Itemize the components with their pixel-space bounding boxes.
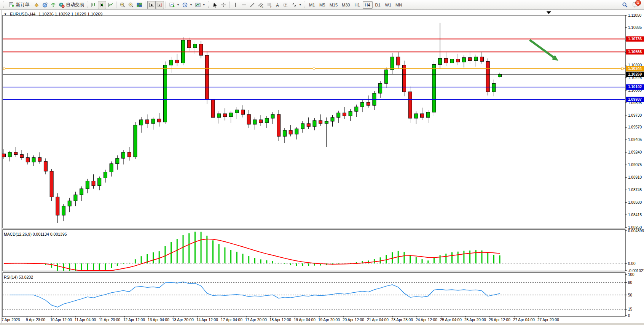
- text-label-icon: T: [283, 2, 289, 8]
- price-badge-label: 1.10566: [628, 50, 642, 54]
- horizontal-line-button[interactable]: [240, 1, 248, 9]
- timeframe-button-w1[interactable]: W1: [383, 1, 394, 9]
- periods-dropdown[interactable]: ▼: [181, 1, 194, 9]
- zoom-out-button[interactable]: [127, 1, 135, 9]
- paint-bucket-icon: [33, 2, 40, 8]
- macd-signal-line: [4, 239, 500, 271]
- candle-body: [474, 57, 478, 61]
- line-chart-button[interactable]: [106, 1, 115, 9]
- chart-shift-button[interactable]: [156, 1, 164, 9]
- date-label: 10 Apr 12:00: [50, 318, 72, 322]
- templates-dropdown[interactable]: ▼: [194, 1, 207, 9]
- candle-body: [456, 59, 460, 62]
- timeframe-button-h4[interactable]: H4: [363, 1, 373, 9]
- arrows-icon: [291, 2, 297, 8]
- candle-body: [134, 125, 137, 157]
- rsi-axis-label: 15: [628, 307, 633, 311]
- macd-axis-label: 0.004393: [628, 229, 644, 233]
- timeframe-button-m15[interactable]: M15: [328, 1, 340, 9]
- text-label-button[interactable]: T: [282, 1, 290, 9]
- candle-body: [98, 178, 101, 185]
- candle-body: [62, 206, 65, 215]
- level-handle[interactable]: [622, 68, 623, 70]
- toolbar-separator: [229, 2, 230, 8]
- search-button[interactable]: [620, 1, 630, 9]
- tile-windows-button[interactable]: [135, 1, 143, 9]
- candle-body: [50, 171, 53, 197]
- candle-body: [259, 120, 263, 123]
- notifications-button[interactable]: 1: [632, 1, 640, 9]
- profiles-button[interactable]: [41, 1, 49, 9]
- candle-body: [110, 164, 113, 172]
- equidistant-channel-button[interactable]: E: [257, 1, 265, 9]
- candle-body: [193, 44, 197, 48]
- trend-arrow-annotation[interactable]: [530, 40, 553, 57]
- vertical-line-button[interactable]: [231, 1, 240, 9]
- candle-body: [492, 83, 496, 92]
- cursor-button[interactable]: [211, 1, 219, 9]
- timeframe-toolbar: M1M5M15M30H1H4D1W1MN: [307, 1, 404, 9]
- candle-body: [229, 113, 233, 117]
- timeframe-button-h1[interactable]: H1: [352, 1, 362, 9]
- date-label: 11 Apr 20:00: [99, 318, 120, 322]
- chart-shift-icon: [157, 2, 163, 8]
- candle-body: [199, 44, 203, 55]
- toolbar-grip[interactable]: [86, 2, 88, 8]
- indicators-icon: [169, 2, 175, 8]
- bar-chart-icon: [91, 2, 97, 8]
- date-label: 17 Apr 20:00: [245, 318, 267, 322]
- candle-body: [444, 59, 448, 63]
- text-icon: A: [274, 2, 281, 8]
- timeframe-button-m30[interactable]: M30: [340, 1, 352, 9]
- toolbar-grip[interactable]: [208, 2, 210, 8]
- new-order-button[interactable]: 新订单: [6, 1, 32, 9]
- date-label: 26 Apr 12:00: [489, 318, 510, 322]
- chart-canvas[interactable]: 1.110501.108851.107201.105551.103901.102…: [0, 10, 644, 325]
- chart-area[interactable]: 1.110501.108851.107201.105551.103901.102…: [0, 10, 644, 325]
- indicators-dropdown[interactable]: ▼: [168, 1, 181, 9]
- candle-body: [223, 114, 226, 117]
- timeframe-button-m5[interactable]: M5: [317, 1, 327, 9]
- candle-body: [26, 158, 29, 162]
- candle-body: [151, 119, 155, 124]
- auto-trading-button[interactable]: 自动交易: [57, 1, 85, 9]
- candle-body: [163, 65, 167, 122]
- candle-body: [331, 117, 334, 121]
- styler-button[interactable]: [32, 1, 41, 9]
- candlestick-icon: [99, 2, 105, 8]
- bar-chart-button[interactable]: [89, 1, 98, 9]
- timeframe-button-m1[interactable]: M1: [307, 1, 317, 9]
- timeframe-button-d1[interactable]: D1: [373, 1, 383, 9]
- chart-dropdown-icon[interactable]: ▼: [4, 13, 7, 16]
- auto-scroll-button[interactable]: [147, 1, 156, 9]
- date-label: 25 Apr 04:00: [440, 318, 462, 322]
- toolbar-grip[interactable]: [3, 2, 5, 8]
- candle-body: [38, 158, 41, 162]
- toolbar-grip[interactable]: [304, 2, 306, 8]
- crosshair-button[interactable]: [219, 1, 228, 9]
- toolbar-separator: [166, 2, 166, 8]
- level-handle[interactable]: [313, 68, 315, 70]
- candle-body: [361, 102, 364, 107]
- level-handle[interactable]: [3, 68, 5, 70]
- candlestick-chart-button[interactable]: [98, 1, 106, 9]
- arrows-dropdown[interactable]: ▼: [290, 1, 303, 9]
- crosshair-icon: [220, 2, 226, 8]
- zoom-in-button[interactable]: [118, 1, 127, 9]
- price-badge-label: 1.10102: [628, 85, 642, 89]
- signals-button[interactable]: [49, 1, 57, 9]
- mt4-window: { "app": { "toolbar": { "new_order_label…: [0, 0, 644, 325]
- fibonacci-icon: F: [266, 2, 272, 8]
- rsi-pane-frame: [3, 273, 625, 316]
- timeframe-button-mn[interactable]: MN: [394, 1, 404, 9]
- price-axis-label: 1.09075: [628, 163, 642, 167]
- candle-body: [301, 124, 304, 129]
- down-triangle-marker[interactable]: [547, 11, 551, 14]
- text-button[interactable]: A: [273, 1, 282, 9]
- fibonacci-button[interactable]: F: [265, 1, 273, 9]
- price-badge-label: 1.10269: [628, 72, 642, 76]
- trendline-icon: [249, 2, 255, 8]
- candle-body: [122, 152, 125, 159]
- price-axis-label: 1.11050: [628, 13, 642, 17]
- trendline-button[interactable]: [248, 1, 257, 9]
